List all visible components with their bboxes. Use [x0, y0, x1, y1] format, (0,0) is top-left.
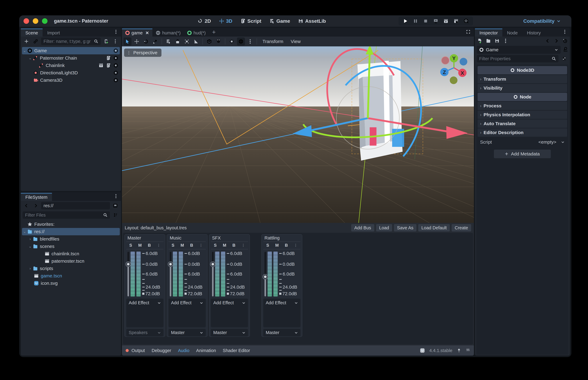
script-icon[interactable]	[106, 56, 111, 60]
tab-inspector[interactable]: Inspector	[475, 29, 502, 37]
bypass-button[interactable]: B	[232, 243, 235, 248]
transform-menu[interactable]: Transform	[259, 39, 286, 44]
macos-minimize-button[interactable]	[33, 18, 38, 24]
new-scene-tab-button[interactable]: +	[209, 29, 219, 36]
expander-icon[interactable]: ⌄	[22, 229, 27, 234]
solo-button[interactable]: S	[266, 243, 269, 248]
bus-name-field[interactable]: Rattling	[263, 235, 301, 242]
filter-files-input[interactable]: Filter Files	[23, 211, 110, 219]
bottom-tab-animation[interactable]: Animation	[196, 348, 216, 353]
send-target-dropdown[interactable]: Master	[211, 329, 248, 337]
history-forward-button[interactable]	[554, 38, 559, 44]
tree-row-directionallight3d[interactable]: DirectionalLight3D	[22, 69, 120, 76]
tab-scene[interactable]: Scene	[21, 29, 42, 37]
visibility-icon[interactable]	[113, 56, 118, 60]
fs-row-icon-svg[interactable]: icon.svg	[22, 280, 120, 287]
bus-name-field[interactable]: Music	[168, 235, 206, 242]
instanced-scene-icon[interactable]	[99, 63, 103, 68]
save-as-layout-button[interactable]: Save As	[394, 224, 416, 231]
mute-button[interactable]: M	[181, 243, 184, 248]
visibility-icon[interactable]	[113, 78, 118, 83]
bus-options-button[interactable]: ⋮	[294, 245, 297, 246]
tab-node[interactable]: Node	[502, 29, 522, 37]
property-tools-button[interactable]	[560, 56, 568, 61]
volume-slider[interactable]	[170, 252, 171, 296]
solo-button[interactable]: S	[129, 243, 132, 248]
snap-toggle-button[interactable]	[215, 38, 223, 45]
add-effect-dropdown[interactable]: Add Effect	[129, 299, 161, 307]
history-back-button[interactable]	[545, 38, 550, 44]
stop-button[interactable]	[423, 19, 428, 23]
load-default-layout-button[interactable]: Load Default	[418, 224, 450, 231]
preview-sun-button[interactable]	[228, 38, 236, 45]
fs-row-chainlink-tscn[interactable]: chainlink.tscn	[22, 250, 120, 257]
create-layout-button[interactable]: Create	[452, 224, 471, 231]
add-node-button[interactable]	[23, 39, 30, 44]
scene-tab-hud[interactable]: hud(*)	[184, 29, 209, 37]
volume-knob[interactable]	[210, 262, 215, 266]
volume-knob[interactable]	[126, 262, 131, 266]
send-target-dropdown[interactable]: Master	[168, 329, 206, 337]
add-effect-dropdown[interactable]: Add Effect	[266, 299, 298, 307]
workspace-assetlib[interactable]: AssetLib	[298, 18, 326, 24]
lock-node-button[interactable]	[174, 38, 182, 45]
save-resource-button[interactable]	[494, 38, 499, 44]
tab-filesystem[interactable]: FileSystem	[21, 193, 52, 201]
volume-slider[interactable]	[264, 252, 266, 296]
new-resource-button[interactable]	[477, 38, 482, 44]
edited-node-selector[interactable]: Game	[477, 46, 561, 54]
visibility-icon[interactable]	[113, 63, 118, 68]
workspace-game[interactable]: Game	[269, 18, 290, 24]
fs-row-scripts[interactable]: › scripts	[22, 265, 120, 272]
attach-script-button[interactable]	[102, 39, 110, 44]
volume-knob[interactable]	[168, 262, 173, 266]
toggle-split-mode-button[interactable]	[111, 203, 119, 208]
bottom-tab-audio[interactable]: Audio	[178, 348, 189, 353]
edit-history-button[interactable]	[563, 38, 568, 44]
viewport-3d[interactable]: Y Z X ⋮ Perspective	[122, 46, 474, 223]
workspace-3d[interactable]: 3D	[219, 18, 232, 24]
play-button[interactable]	[403, 19, 408, 23]
movie-maker-button[interactable]	[464, 19, 469, 23]
path-field[interactable]: res://	[41, 202, 110, 209]
fs-row-res[interactable]: ⌄ res://	[22, 228, 120, 235]
mute-button[interactable]: M	[275, 243, 279, 248]
fs-row-scenes[interactable]: ⌄ scenes	[22, 243, 120, 250]
move-mode-button[interactable]	[133, 38, 141, 45]
expander-icon[interactable]: ⌄	[27, 244, 33, 248]
select-mode-button[interactable]	[123, 38, 131, 45]
renderer-selector[interactable]: Compatibility	[523, 15, 561, 27]
volume-knob[interactable]	[263, 274, 267, 279]
local-space-button[interactable]	[205, 38, 213, 45]
tree-row-camera3d[interactable]: Camera3D	[22, 76, 120, 84]
bypass-button[interactable]: B	[148, 243, 151, 248]
filesystem-menu-button[interactable]	[111, 194, 121, 199]
rotate-mode-button[interactable]	[142, 38, 150, 45]
section-editor-description[interactable]: ›Editor Description	[478, 128, 567, 137]
filter-properties-input[interactable]: Filter Properties	[477, 55, 558, 62]
close-tab-icon[interactable]: ✕	[145, 30, 149, 36]
expander-icon[interactable]: ⌄	[27, 56, 33, 60]
volume-slider[interactable]	[212, 252, 214, 296]
tree-row-paternoster-chain[interactable]: ⌄ Paternoster Chain	[22, 54, 120, 62]
chevron-down-icon[interactable]	[561, 140, 565, 144]
fs-row-blendfiles[interactable]: › blendfiles	[22, 235, 120, 243]
section-physics-interpolation[interactable]: ›Physics Interpolation	[478, 111, 567, 119]
bottom-tab-output[interactable]: Output	[131, 348, 145, 353]
section-auto-translate[interactable]: ›Auto Translate	[478, 119, 567, 128]
scene-tab-game[interactable]: game ✕	[122, 29, 152, 37]
scene-tree-menu-button[interactable]	[111, 39, 119, 44]
bus-name-field[interactable]: SFX	[211, 235, 248, 242]
send-target-dropdown[interactable]: Speakers	[126, 329, 163, 337]
bypass-button[interactable]: B	[285, 243, 288, 248]
solo-button[interactable]: S	[214, 243, 217, 248]
file-sort-button[interactable]	[111, 213, 119, 217]
add-effect-dropdown[interactable]: Add Effect	[171, 299, 203, 307]
mute-button[interactable]: M	[223, 243, 226, 248]
pause-button[interactable]	[413, 19, 418, 23]
scale-mode-button[interactable]	[151, 38, 159, 45]
tab-history[interactable]: History	[522, 29, 546, 37]
bus-options-button[interactable]: ⋮	[199, 245, 203, 246]
section-process[interactable]: ›Process	[478, 102, 567, 110]
solo-button[interactable]: S	[172, 243, 174, 248]
